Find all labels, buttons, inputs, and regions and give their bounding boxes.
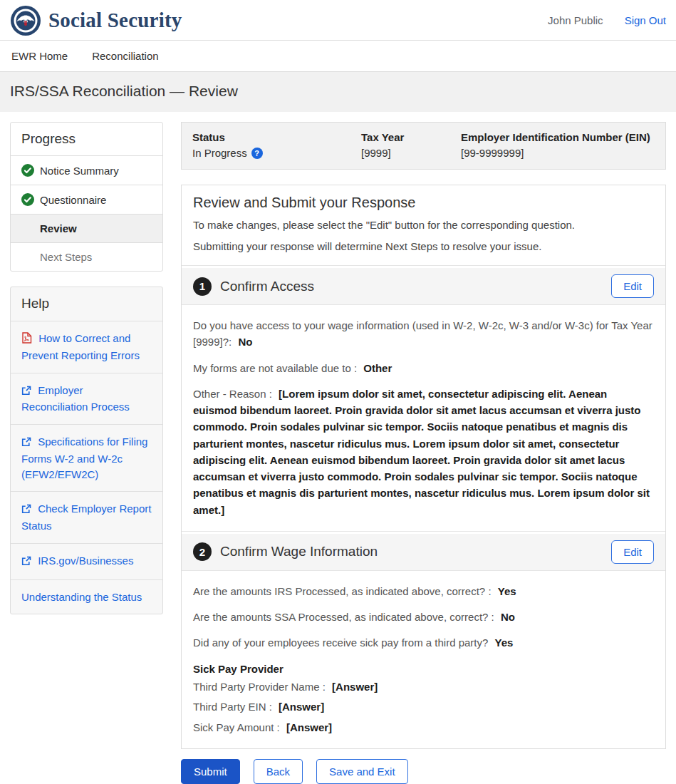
question-answer-line: Are the amounts SSA Processed, as indica…	[193, 609, 654, 625]
help-link-label[interactable]: How to Correct and Prevent Reporting Err…	[21, 332, 140, 361]
question-text: Do you have access to your wage informat…	[193, 319, 652, 348]
help-link-row[interactable]: Specifications for Filing Forms W-2 and …	[11, 424, 162, 491]
answer-text: Yes	[498, 585, 516, 597]
ein-label: Employer Identification Number (EIN)	[461, 131, 650, 143]
question-answer-line: Other - Reason : [Lorem ipsum dolor sit …	[193, 386, 654, 518]
nav-item-label: Reconciliation	[92, 50, 158, 62]
answer-text: Yes	[495, 636, 514, 649]
page-title: IRS/SSA Reconciliation — Review	[10, 83, 666, 100]
external-link-icon	[21, 555, 31, 570]
back-button[interactable]: Back	[254, 759, 303, 784]
progress-item[interactable]: Notice Summary	[11, 155, 162, 185]
progress-panel-title: Progress	[11, 123, 162, 155]
detail-line: Sick Pay Amount : [Answer]	[193, 720, 654, 736]
question-answer-line: My forms are not available due to : Othe…	[193, 360, 654, 376]
question-text: Are the amounts IRS Processed, as indica…	[193, 585, 492, 597]
external-link-icon	[21, 384, 31, 400]
section-2-title: Confirm Wage Information	[220, 544, 378, 559]
help-link-label[interactable]: Specifications for Filing Forms W-2 and …	[21, 435, 147, 480]
section-1-header: 1 Confirm Access Edit	[182, 268, 665, 305]
primary-nav: EWR Home Reconciliation	[0, 41, 676, 72]
nav-item-label: EWR Home	[11, 50, 68, 62]
help-panel-title: Help	[11, 287, 162, 321]
answer-text: [Lorem ipsum dolor sit amet, consectetur…	[193, 388, 650, 516]
answer-text: No	[238, 336, 252, 348]
help-link-row[interactable]: Understanding the Status	[11, 579, 162, 614]
question-answer-line: Did any of your employees receive sick p…	[193, 634, 654, 651]
review-intro: Review and Submit your Response To make …	[182, 185, 665, 265]
review-title: Review and Submit your Response	[193, 195, 654, 211]
question-answer-line: Are the amounts IRS Processed, as indica…	[193, 583, 654, 599]
detail-line: Third Party Provider Name : [Answer]	[193, 679, 654, 696]
help-link-row[interactable]: Employer Reconciliation Process	[11, 373, 162, 425]
progress-panel: Progress Notice Summary	[10, 122, 163, 272]
help-link-label[interactable]: Check Employer Report Status	[21, 502, 151, 532]
review-instruction-1: To make changes, please select the "Edit…	[193, 217, 654, 234]
page-title-band: IRS/SSA Reconciliation — Review	[0, 72, 676, 112]
tax-year-label: Tax Year	[361, 131, 461, 143]
detail-label: Third Party EIN :	[193, 701, 272, 713]
detail-value: [Answer]	[332, 681, 378, 693]
progress-item-label: Notice Summary	[40, 165, 119, 177]
detail-line: Third Party EIN : [Answer]	[193, 699, 654, 716]
help-link-label[interactable]: Understanding the Status	[21, 591, 142, 603]
help-link-row[interactable]: IRS.gov/Businesses	[11, 543, 162, 579]
pdf-icon	[21, 332, 32, 348]
progress-item-label: Review	[40, 222, 77, 234]
help-link-row[interactable]: Check Employer Report Status	[11, 491, 162, 543]
sidebar: Progress Notice Summary	[10, 116, 163, 614]
check-circle-icon	[21, 193, 34, 206]
tax-year-column: Tax Year [9999]	[361, 131, 461, 159]
answer-text: No	[501, 611, 515, 623]
question-answer-line: Do you have access to your wage informat…	[193, 317, 654, 351]
help-link-label[interactable]: Employer Reconciliation Process	[21, 384, 130, 413]
status-help-icon[interactable]: ?	[251, 148, 263, 159]
edit-confirm-wage-button[interactable]: Edit	[611, 540, 654, 564]
section-2-body: Are the amounts IRS Processed, as indica…	[182, 571, 665, 748]
question-text: My forms are not available due to :	[193, 362, 357, 374]
app-header: Social Security John Public Sign Out	[0, 0, 676, 41]
progress-list: Notice Summary Questionnaire	[11, 155, 162, 271]
nav-item[interactable]: EWR Home	[10, 41, 69, 71]
external-link-icon	[21, 502, 31, 518]
brand-title: Social Security	[48, 9, 182, 32]
question-text: Did any of your employees receive sick p…	[193, 636, 488, 649]
progress-item-label: Questionnaire	[40, 194, 106, 206]
progress-item[interactable]: Questionnaire	[11, 185, 162, 214]
ein-column: Employer Identification Number (EIN) [99…	[461, 131, 650, 159]
sick-pay-provider-heading: Sick Pay Provider	[193, 663, 654, 675]
review-card: Review and Submit your Response To make …	[181, 185, 666, 749]
nav-item[interactable]: Reconciliation	[90, 41, 160, 71]
ein-value: [99-9999999]	[461, 147, 524, 159]
edit-confirm-access-button[interactable]: Edit	[611, 274, 654, 298]
help-link-row[interactable]: How to Correct and Prevent Reporting Err…	[11, 321, 162, 373]
sign-out-link[interactable]: Sign Out	[625, 14, 666, 26]
section-1-number-badge: 1	[193, 277, 212, 296]
section-confirm-wage-information: 2 Confirm Wage Information Edit Are the …	[182, 534, 665, 748]
detail-label: Third Party Provider Name :	[193, 681, 326, 693]
review-instruction-2: Submitting your response will determine …	[193, 239, 654, 255]
status-bar: Status In Progress ? Tax Year [9999] Emp…	[181, 122, 666, 170]
status-column: Status In Progress ?	[192, 131, 361, 159]
status-label: Status	[192, 131, 361, 143]
detail-value: [Answer]	[279, 701, 324, 713]
help-list: How to Correct and Prevent Reporting Err…	[11, 321, 162, 614]
detail-label: Sick Pay Amount :	[193, 721, 280, 733]
user-name: John Public	[548, 14, 603, 26]
section-1-title: Confirm Access	[220, 279, 314, 294]
tax-year-value: [9999]	[361, 147, 391, 159]
detail-value: [Answer]	[286, 721, 332, 733]
progress-item[interactable]: Review	[11, 214, 162, 242]
action-buttons: Submit Back Save and Exit	[181, 759, 666, 784]
submit-button[interactable]: Submit	[181, 759, 240, 784]
save-and-exit-button[interactable]: Save and Exit	[316, 759, 408, 784]
section-1-body: Do you have access to your wage informat…	[182, 305, 665, 531]
question-text: Other - Reason :	[193, 388, 272, 400]
section-confirm-access: 1 Confirm Access Edit Do you have access…	[182, 268, 665, 531]
section-2-number-badge: 2	[193, 542, 212, 561]
external-link-icon	[21, 435, 31, 451]
status-value: In Progress	[192, 147, 247, 159]
progress-item[interactable]: Next Steps	[11, 242, 162, 271]
help-link-label[interactable]: IRS.gov/Businesses	[38, 555, 133, 567]
progress-item-label: Next Steps	[40, 251, 92, 263]
